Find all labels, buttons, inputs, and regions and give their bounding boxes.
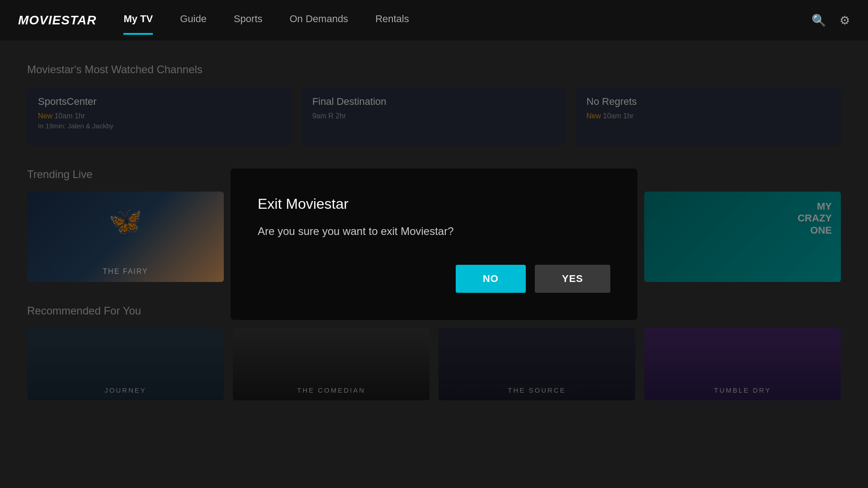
modal-message: Are you sure you want to exit Moviestar? xyxy=(258,225,610,238)
yes-button[interactable]: YES xyxy=(535,265,610,293)
no-button[interactable]: NO xyxy=(456,265,526,293)
modal-overlay: Exit Moviestar Are you sure you want to … xyxy=(0,0,868,488)
modal-title: Exit Moviestar xyxy=(258,196,610,212)
modal-buttons: NO YES xyxy=(258,265,610,293)
exit-modal: Exit Moviestar Are you sure you want to … xyxy=(231,169,637,320)
